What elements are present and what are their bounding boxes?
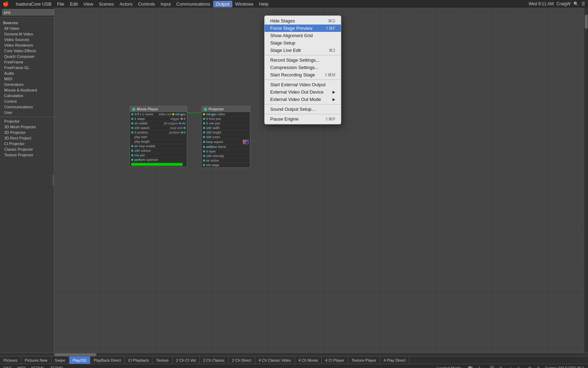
scroll-thumb[interactable] [585,15,588,29]
menu-external-video-out-mode[interactable]: External Video Out Mode ▶ [265,96,341,103]
tab-2ch-ci-vid[interactable]: 2 Ch CI Vid [173,356,200,364]
apple-menu[interactable]: 🍎 [3,1,9,7]
sidebar-item-generators[interactable]: Generators [0,82,54,87]
movie-player-node[interactable]: Movie Player 3:If 1 v movie video out vi… [130,106,187,167]
status-tcp-ip[interactable]: TCP/IP [50,366,63,368]
menu-controls[interactable]: Controls [135,1,158,7]
sidebar-item-core-video-effects[interactable]: Core Video Effects [0,48,54,54]
sidebar-item-general-al-video[interactable]: General Al Video [0,31,54,37]
menu-edit[interactable]: Edit [67,1,80,7]
midi-icon: ♪ [510,366,512,368]
sidebar-item-freeframe-gl[interactable]: FreeFrame GL [0,65,54,70]
sidebar-item-midi[interactable]: MIDI [0,76,54,82]
osc-val: 0 [537,366,539,368]
menu-communications[interactable]: Communications [174,1,213,7]
menu-external-video-out-device[interactable]: External Video Out Device ▶ [265,88,341,96]
sidebar-item-freeframe[interactable]: FreeFrame [0,59,54,65]
tab-2ch-classic[interactable]: 2 Ch Classic [200,356,229,364]
media-count: 1 [478,366,481,368]
tab-texture[interactable]: Texture [153,356,173,364]
projector-node[interactable]: Projector vid-gpu video 0 horz pos 0 ver… [201,106,250,168]
tab-pictures[interactable]: Pictures [0,356,21,364]
status-osc[interactable]: OSC [4,366,12,368]
menu-force-stage-preview[interactable]: Force Stage Preview ⇧⌘F [265,25,341,32]
sidebar-item-all-video[interactable]: All Video [0,26,54,31]
menu-pause-engine[interactable]: Pause Engine ⇧⌘P [265,115,341,123]
statusbar: OSC MIDI SERIAL TCP/IP Loaded Media 📷 1 … [0,364,588,368]
sidebar-item-quartz-composer[interactable]: Quartz Composer [0,54,54,59]
sidebar-item-mouse-keyboard[interactable]: Mouse & Keyboard [0,87,54,93]
menu-compression-settings[interactable]: Compression Settings... [265,64,341,71]
menu-record-stage-settings[interactable]: Record Stage Settings... [265,56,341,64]
out-val: 0 [184,131,186,134]
node-row: 100 volume [130,149,187,153]
search-input[interactable] [2,9,54,15]
sidebar-resize-handle[interactable] [52,175,54,185]
tab-4ch-movie[interactable]: 4 Ch Movie [295,356,322,364]
menu-separator [265,80,341,80]
menu-start-recording-stage[interactable]: Start Recording Stage ⇧⌘M [265,71,341,79]
sidebar-item-control[interactable]: Control [0,98,54,104]
status-midi[interactable]: MIDI [18,366,26,368]
menu-actors[interactable]: Actors [117,1,135,7]
tab-4ci-player[interactable]: 4 CI Player [322,356,348,364]
sidebar-item-3d-rect-project[interactable]: 3D Rect Project [0,135,54,141]
menu-file[interactable]: File [54,1,67,7]
menu-help[interactable]: Help [256,1,271,7]
sidebar-item-ci-projector[interactable]: CI Projector [0,141,54,146]
sidebar-item-video-renderers[interactable]: Video Renderers [0,42,54,48]
out-name: trigger [159,117,180,121]
sidebar-item-audio[interactable]: Audio [0,70,54,76]
menu-isadora[interactable]: IsadoraCore USB [13,1,54,7]
sidebar-item-projector[interactable]: Projector [0,118,54,124]
port-name: volume [141,149,186,152]
user-display: CraigW [556,1,570,6]
sidebar-item-texture-projector[interactable]: Texture Projector [0,152,54,158]
sidebar-item-communications[interactable]: Communications [0,104,54,110]
menu-output[interactable]: Output [213,1,232,7]
out-port [181,131,183,134]
menu-input[interactable]: Input [158,1,174,7]
menu-stage-setup[interactable]: Stage Setup [265,39,341,47]
in-port [131,122,133,124]
tab-ci-playback[interactable]: CI Playback [125,356,153,364]
menu-view[interactable]: View [80,1,96,7]
hscroll-thumb[interactable] [54,353,96,356]
tab-swipe[interactable]: Swipe [51,356,69,364]
status-serial[interactable]: SERIAL [31,366,45,368]
sidebar-item-3d-projector[interactable]: 3D Projector [0,130,54,135]
tab-play-ss[interactable]: Play/SS [69,356,90,364]
horizontal-scrollbar[interactable] [0,353,588,356]
menu-show-alignment-grid[interactable]: Show Alignment Grid [265,32,341,39]
menu-sound-output-setup[interactable]: Sound Output Setup... [265,105,341,113]
menu-scenes[interactable]: Scenes [96,1,117,7]
canvas-area[interactable]: Movie Player 3:If 1 v movie video out vi… [54,8,584,353]
tab-4-play-direct[interactable]: 4 Play Direct [380,356,409,364]
menu-extras-icon[interactable]: ☰ [581,1,585,6]
port-name: play length [134,140,186,143]
in-port [131,131,133,134]
in-port [131,145,133,147]
menu-stage-live-edit[interactable]: Stage Live Edit ⌘2 [265,47,341,54]
menu-hide-stages[interactable]: Hide Stages ⌘G [265,17,341,25]
port-name: blend [218,145,248,149]
sidebar-item-user[interactable]: User [0,110,54,115]
sidebar-item-calculation[interactable]: Calculation [0,93,54,98]
right-scrollbar[interactable] [584,8,588,353]
port-name: layer [209,150,248,153]
sidebar-item-video-sources[interactable]: Video Sources [0,37,54,42]
menu-windows[interactable]: Windows [232,1,257,7]
in-port [203,127,205,129]
search-icon[interactable]: 🔍 [573,1,579,6]
sidebar-item-classic-projector[interactable]: Classic Projector [0,146,54,152]
tab-texture-player[interactable]: Texture Player [348,356,380,364]
tab-2ch-direct[interactable]: 2 Ch Direct [229,356,255,364]
tab-playback-direct[interactable]: PlayBack Direct [90,356,125,364]
tab-4ch-classic-video[interactable]: 4 Ch Classic Video [255,356,295,364]
menu-label: Stage Setup [270,40,295,46]
menu-start-external-video[interactable]: Start External Video Output [265,81,341,88]
tab-pictures-new[interactable]: Pictures New [21,356,51,364]
in-port [131,154,133,156]
sidebar-item-3d-mesh-projector[interactable]: 3D Mesh Projector [0,124,54,130]
bottom-tabs: Pictures Pictures New Swipe Play/SS Play… [0,356,588,364]
